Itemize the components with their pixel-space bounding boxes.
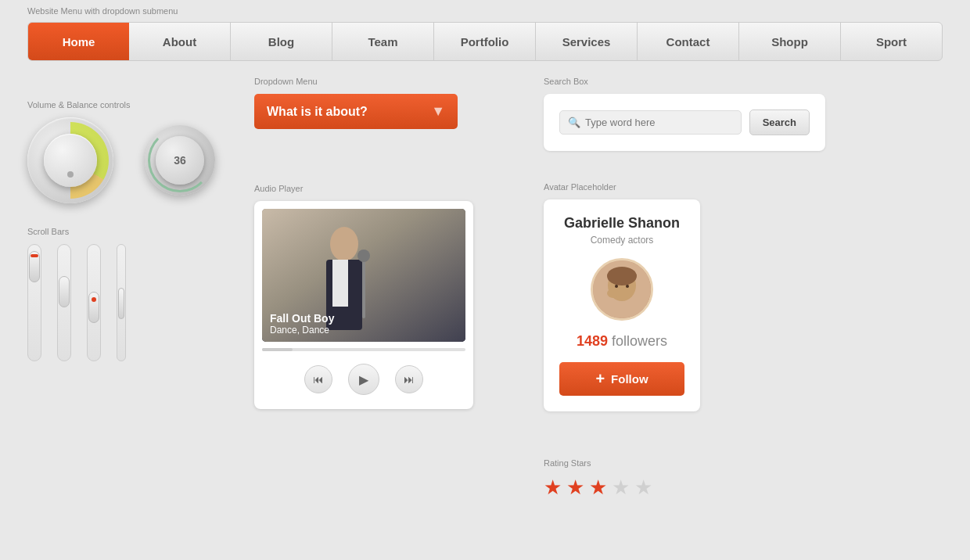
avatar-section-label: Avatar Placeholder <box>544 182 825 192</box>
star-4[interactable]: ★ <box>612 476 630 500</box>
avatar-image <box>591 258 653 321</box>
right-column: Search Box 🔍 Search Avatar Placeholder G… <box>544 77 825 515</box>
audio-track-title: Fall Out Boy <box>270 312 334 325</box>
nav-item-sport[interactable]: Sport <box>841 23 942 60</box>
followers-count: 1489 <box>577 333 608 349</box>
audio-rewind-button[interactable]: ⏮ <box>304 365 332 393</box>
star-2[interactable]: ★ <box>566 476 584 500</box>
svg-point-8 <box>607 267 637 285</box>
rating-section: Rating Stars ★ ★ ★ ★ ★ <box>544 458 825 500</box>
search-section-label: Search Box <box>544 77 825 86</box>
knobs-row: 36 <box>27 117 215 203</box>
page-title: Website Menu with dropdown submenu <box>0 0 970 22</box>
rewind-icon: ⏮ <box>313 373 324 386</box>
audio-controls: ⏮ ▶ ⏭ <box>262 357 465 401</box>
svg-rect-3 <box>332 260 348 307</box>
dropdown-section: Dropdown Menu What is it about? ▼ <box>254 77 505 129</box>
avatar-name: Gabrielle Shanon <box>559 215 684 232</box>
mid-column: Dropdown Menu What is it about? ▼ Audio … <box>254 77 505 515</box>
avatar-role: Comedy actors <box>559 235 684 246</box>
audio-player-section: Audio Player <box>254 184 505 409</box>
scrollbar-4[interactable] <box>117 244 126 361</box>
audio-player-card: Fall Out Boy Dance, Dance ⏮ ▶ <box>254 201 473 409</box>
volume-knob-dot <box>67 171 74 178</box>
balance-knob[interactable]: 36 <box>145 125 215 196</box>
audio-section-label: Audio Player <box>254 184 505 193</box>
star-1[interactable]: ★ <box>544 476 562 500</box>
search-box-container: 🔍 Search <box>544 94 825 151</box>
scrollbar-3[interactable] <box>87 244 101 361</box>
nav-item-shopp[interactable]: Shopp <box>739 23 841 60</box>
nav-item-about[interactable]: About <box>129 23 231 60</box>
nav-item-home[interactable]: Home <box>28 23 129 60</box>
audio-play-button[interactable]: ▶ <box>348 364 379 395</box>
volume-section-label: Volume & Balance controls <box>27 100 215 109</box>
balance-value-label: 36 <box>156 136 204 185</box>
audio-progress-fill <box>262 348 293 351</box>
avatar-section: Avatar Placeholder Gabrielle Shanon Come… <box>544 182 825 411</box>
svg-point-9 <box>615 285 618 288</box>
audio-track-subtitle: Dance, Dance <box>270 325 334 336</box>
follow-label: Follow <box>611 372 648 386</box>
audio-thumbnail: Fall Out Boy Dance, Dance <box>262 209 465 342</box>
star-5[interactable]: ★ <box>634 476 652 500</box>
volume-balance-section: Volume & Balance controls 36 <box>27 100 215 203</box>
star-3[interactable]: ★ <box>589 476 607 500</box>
nav-bar: Home About Blog Team Portfolio Services … <box>27 22 943 61</box>
svg-point-10 <box>626 285 629 288</box>
rating-section-label: Rating Stars <box>544 458 825 468</box>
scrollbar-1-thumb <box>29 251 40 282</box>
scrollbar-2-thumb <box>59 276 70 307</box>
audio-track-info: Fall Out Boy Dance, Dance <box>270 312 334 336</box>
follow-plus-icon: + <box>595 370 605 388</box>
audio-progress-bar[interactable] <box>262 348 465 351</box>
follow-button[interactable]: + Follow <box>559 362 684 396</box>
avatar-card: Gabrielle Shanon Comedy actors <box>544 199 700 411</box>
nav-item-contact[interactable]: Contact <box>638 23 739 60</box>
scrollbar-2[interactable] <box>57 244 71 361</box>
scrollbars-section: Scroll Bars <box>27 227 215 369</box>
scrollbars-row <box>27 244 215 369</box>
avatar-followers: 1489 followers <box>559 333 684 350</box>
dropdown-arrow-icon: ▼ <box>431 103 445 120</box>
nav-item-team[interactable]: Team <box>332 23 434 60</box>
scrollbars-label: Scroll Bars <box>27 227 215 236</box>
search-icon: 🔍 <box>568 117 580 128</box>
nav-item-blog[interactable]: Blog <box>231 23 332 60</box>
audio-forward-button[interactable]: ⏭ <box>395 365 423 393</box>
play-icon: ▶ <box>359 372 368 387</box>
scrollbar-4-thumb <box>118 288 124 319</box>
dropdown-button[interactable]: What is it about? ▼ <box>254 94 458 129</box>
scrollbar-3-thumb <box>88 292 99 323</box>
dropdown-section-label: Dropdown Menu <box>254 77 505 86</box>
left-column: Volume & Balance controls 36 Scroll Bars <box>27 77 215 515</box>
svg-point-1 <box>330 227 358 261</box>
dropdown-button-text: What is it about? <box>267 105 368 119</box>
search-input-wrap: 🔍 <box>559 110 742 135</box>
nav-item-services[interactable]: Services <box>536 23 638 60</box>
volume-knob[interactable] <box>27 117 113 203</box>
volume-knob-inner <box>44 134 97 187</box>
scrollbar-1[interactable] <box>27 244 41 361</box>
svg-rect-4 <box>362 256 365 318</box>
search-section: Search Box 🔍 Search <box>544 77 825 151</box>
search-button[interactable]: Search <box>749 109 810 135</box>
forward-icon: ⏭ <box>404 373 415 386</box>
stars-row: ★ ★ ★ ★ ★ <box>544 476 825 500</box>
nav-item-portfolio[interactable]: Portfolio <box>434 23 536 60</box>
svg-point-5 <box>357 249 370 262</box>
svg-point-11 <box>607 289 620 298</box>
followers-label: followers <box>612 333 667 349</box>
search-input[interactable] <box>585 117 710 128</box>
